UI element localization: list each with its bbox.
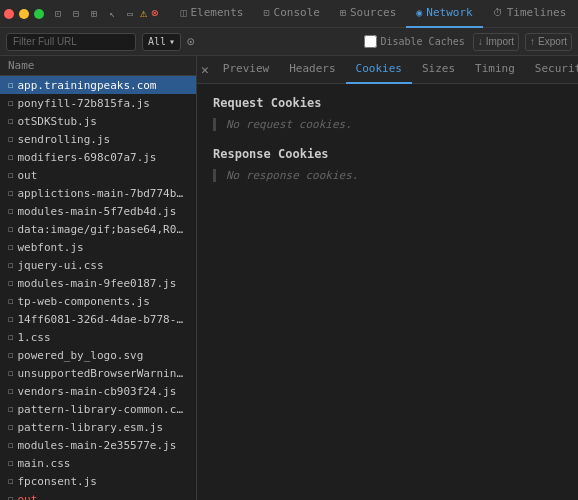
pointer-icon[interactable]: ↖ xyxy=(104,6,120,22)
file-list-item[interactable]: ◻ponyfill-72b815fa.js xyxy=(0,94,196,112)
file-name: modules-main-5f7edb4d.js xyxy=(17,205,176,218)
disable-caches-checkbox[interactable] xyxy=(364,35,377,48)
minimize-button[interactable] xyxy=(19,9,29,19)
file-list-item[interactable]: ◻tp-web-components.js xyxy=(0,292,196,310)
tab-sources[interactable]: ⊞ Sources xyxy=(330,0,406,28)
toolbar-icons: ⊡ ⊟ ⊞ ↖ ▭ ⚠ ⊗ xyxy=(50,6,164,22)
tab-preview[interactable]: Preview xyxy=(213,56,279,84)
tab-sizes[interactable]: Sizes xyxy=(412,56,465,84)
file-icon: ◻ xyxy=(8,476,13,486)
file-icon: ◻ xyxy=(8,242,13,252)
file-list-item[interactable]: ◻app.trainingpeaks.com xyxy=(0,76,196,94)
filter-input-wrap xyxy=(6,33,136,51)
export-import-btns: ↓ Import ↑ Export xyxy=(473,33,572,51)
file-name: unsupportedBrowserWarning.js xyxy=(17,367,188,380)
file-icon: ◻ xyxy=(8,98,13,108)
file-icon: ◻ xyxy=(8,224,13,234)
cookies-content: Request Cookies No request cookies. Resp… xyxy=(197,84,578,500)
file-list-item[interactable]: ◻pattern-library-common.css xyxy=(0,400,196,418)
tab-network[interactable]: ◉ Network xyxy=(406,0,482,28)
all-dropdown[interactable]: All ▾ xyxy=(142,33,181,51)
file-list-item[interactable]: ◻unsupportedBrowserWarning.js xyxy=(0,364,196,382)
file-list-item[interactable]: ◻sendrolling.js xyxy=(0,130,196,148)
close-button[interactable] xyxy=(4,9,14,19)
detail-panel: ✕ Preview Headers Cookies Sizes Timing S… xyxy=(197,56,578,500)
file-list-item[interactable]: ◻powered_by_logo.svg xyxy=(0,346,196,364)
request-cookies-section: No request cookies. xyxy=(213,118,562,131)
tab-cookies[interactable]: Cookies xyxy=(346,56,412,84)
file-icon: ◻ xyxy=(8,134,13,144)
file-icon: ◻ xyxy=(8,188,13,198)
file-icon: ◻ xyxy=(8,116,13,126)
file-list-item[interactable]: ◻applictions-main-7bd774ba.js xyxy=(0,184,196,202)
file-icon: ◻ xyxy=(8,332,13,342)
file-name: 14ff6081-326d-4dae-b778-d7afa6616… xyxy=(17,313,188,326)
device-icon[interactable]: ▭ xyxy=(122,6,138,22)
file-list-item[interactable]: ◻14ff6081-326d-4dae-b778-d7afa6616… xyxy=(0,310,196,328)
file-list-item[interactable]: ◻jquery-ui.css xyxy=(0,256,196,274)
grid-icon[interactable]: ⊞ xyxy=(86,6,102,22)
main-tab-bar: ◫ Elements ⊡ Console ⊞ Sources ◉ Network… xyxy=(170,0,578,28)
tab-timelines[interactable]: ⏱ Timelines xyxy=(483,0,577,28)
file-list-item[interactable]: ◻webfont.js xyxy=(0,238,196,256)
file-list-item[interactable]: ◻modules-main-9fee0187.js xyxy=(0,274,196,292)
tab-elements[interactable]: ◫ Elements xyxy=(170,0,253,28)
file-list-item[interactable]: ◻fpconsent.js xyxy=(0,472,196,490)
file-icon: ◻ xyxy=(8,422,13,432)
main-area: Name ◻app.trainingpeaks.com◻ponyfill-72b… xyxy=(0,56,578,500)
tab-security[interactable]: Security xyxy=(525,56,578,84)
tab-headers[interactable]: Headers xyxy=(279,56,345,84)
file-name: sendrolling.js xyxy=(17,133,110,146)
file-list-item[interactable]: ◻otSDKStub.js xyxy=(0,112,196,130)
filter-bar: All ▾ ⊙ Disable Caches ↓ Import ↑ Export xyxy=(0,28,578,56)
file-list-item[interactable]: ◻data:image/gif;base64,R0l…Ds= xyxy=(0,220,196,238)
response-cookies-title: Response Cookies xyxy=(213,147,562,161)
file-icon: ◻ xyxy=(8,206,13,216)
file-name: pattern-library.esm.js xyxy=(17,421,163,434)
file-icon: ◻ xyxy=(8,296,13,306)
file-list-item[interactable]: ◻modules-main-5f7edb4d.js xyxy=(0,202,196,220)
filter-input[interactable] xyxy=(13,36,129,47)
file-list-panel: Name ◻app.trainingpeaks.com◻ponyfill-72b… xyxy=(0,56,197,500)
filter-settings-icon[interactable]: ⊙ xyxy=(187,34,195,49)
file-list-item[interactable]: ◻1.css xyxy=(0,328,196,346)
file-icon: ◻ xyxy=(8,494,13,500)
name-column-header: Name xyxy=(0,56,196,76)
tab-timing[interactable]: Timing xyxy=(465,56,525,84)
file-icon: ◻ xyxy=(8,80,13,90)
import-button[interactable]: ↓ Import xyxy=(473,33,519,51)
import-icon: ↓ xyxy=(478,36,483,47)
export-button[interactable]: ↑ Export xyxy=(525,33,572,51)
file-name: applictions-main-7bd774ba.js xyxy=(17,187,188,200)
dock-icon[interactable]: ⊡ xyxy=(50,6,66,22)
split-icon[interactable]: ⊟ xyxy=(68,6,84,22)
file-name: modifiers-698c07a7.js xyxy=(17,151,156,164)
file-name: modules-main-9fee0187.js xyxy=(17,277,176,290)
file-icon: ◻ xyxy=(8,314,13,324)
console-icon: ⊡ xyxy=(263,7,269,18)
file-list-item[interactable]: ◻pattern-library.esm.js xyxy=(0,418,196,436)
file-list-item[interactable]: ◻out xyxy=(0,166,196,184)
file-list-item[interactable]: ◻out xyxy=(0,490,196,500)
file-list: ◻app.trainingpeaks.com◻ponyfill-72b815fa… xyxy=(0,76,196,500)
file-name: 1.css xyxy=(17,331,50,344)
window-controls xyxy=(4,9,44,19)
file-list-item[interactable]: ◻vendors-main-cb903f24.js xyxy=(0,382,196,400)
file-icon: ◻ xyxy=(8,170,13,180)
file-list-item[interactable]: ◻modifiers-698c07a7.js xyxy=(0,148,196,166)
file-icon: ◻ xyxy=(8,260,13,270)
file-list-item[interactable]: ◻modules-main-2e35577e.js xyxy=(0,436,196,454)
close-detail-button[interactable]: ✕ xyxy=(201,62,209,78)
network-icon: ◉ xyxy=(416,7,422,18)
disable-caches-label[interactable]: Disable Caches xyxy=(364,35,464,48)
file-icon: ◻ xyxy=(8,458,13,468)
file-name: modules-main-2e35577e.js xyxy=(17,439,176,452)
chevron-down-icon: ▾ xyxy=(169,36,175,47)
file-icon: ◻ xyxy=(8,386,13,396)
file-list-item[interactable]: ◻main.css xyxy=(0,454,196,472)
file-icon: ◻ xyxy=(8,368,13,378)
maximize-button[interactable] xyxy=(34,9,44,19)
file-name: out xyxy=(17,169,37,182)
file-name: main.css xyxy=(17,457,70,470)
tab-console[interactable]: ⊡ Console xyxy=(253,0,329,28)
